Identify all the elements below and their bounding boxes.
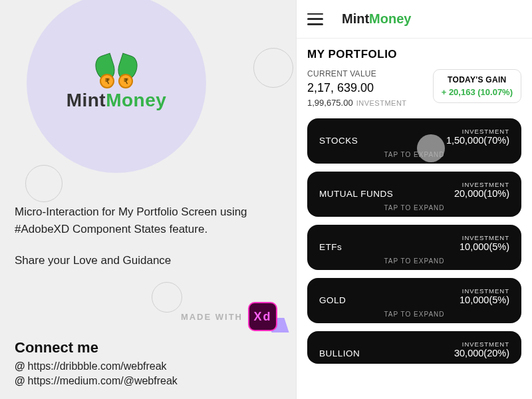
showcase-description: Micro-Interaction for My Portfolio Scree… xyxy=(15,203,276,284)
asset-card-mutual-funds[interactable]: MUTUAL FUNDS INVESTMENT 20,000(10%) TAP … xyxy=(307,172,521,217)
connect-section: Connect me @https://dribbble.com/webfrea… xyxy=(15,339,178,390)
asset-inv-value: 1,50,000(70%) xyxy=(446,135,509,146)
decorative-circle xyxy=(152,282,182,313)
coin-icon: ₹ xyxy=(118,74,133,88)
at-icon: @ xyxy=(15,375,25,386)
tap-hint: TAP TO EXPAND xyxy=(319,311,509,318)
connect-link[interactable]: @https://dribbble.com/webfreak xyxy=(15,360,178,372)
tap-hint: TAP TO EXPAND xyxy=(319,151,509,158)
asset-card-gold[interactable]: GOLD INVESTMENT 10,000(5%) TAP TO EXPAND xyxy=(307,278,521,323)
connect-title: Connect me xyxy=(15,339,178,356)
connect-link[interactable]: @https://medium.com/@webfreak xyxy=(15,375,178,387)
asset-inv-label: INVESTMENT xyxy=(454,340,509,348)
current-value-label: CURRENT VALUE xyxy=(307,69,407,78)
section-title: MY PORTFOLIO xyxy=(307,48,521,61)
asset-card-etfs[interactable]: ETFs INVESTMENT 10,000(5%) TAP TO EXPAND xyxy=(307,225,521,270)
tap-hint: TAP TO EXPAND xyxy=(319,257,509,265)
asset-card-bullion[interactable]: BULLION INVESTMENT 30,000(20%) xyxy=(307,331,521,364)
adobe-xd-icon: Xd xyxy=(248,302,277,331)
description-text: Micro-Interaction for My Portfolio Scree… xyxy=(15,203,276,237)
asset-card-stocks[interactable]: STOCKS INVESTMENT 1,50,000(70%) TAP TO E… xyxy=(307,118,521,164)
asset-inv-value: 10,000(5%) xyxy=(460,295,509,305)
asset-inv-label: INVESTMENT xyxy=(446,128,509,135)
asset-name: GOLD xyxy=(319,295,346,305)
current-value: 2,17, 639.00 xyxy=(307,81,407,95)
todays-gain-card: TODAY'S GAIN + 20,163 (10.07%) xyxy=(433,69,521,103)
asset-name: STOCKS xyxy=(319,136,358,146)
asset-inv-label: INVESTMENT xyxy=(460,287,509,295)
brand-wordmark: MintMoney xyxy=(66,90,167,111)
asset-name: MUTUAL FUNDS xyxy=(319,189,393,199)
app-title: MintMoney xyxy=(342,11,411,27)
menu-icon[interactable] xyxy=(307,13,323,25)
asset-inv-label: INVESTMENT xyxy=(460,234,509,241)
gain-value: + 20,163 (10.07%) xyxy=(442,87,513,97)
asset-inv-label: INVESTMENT xyxy=(454,181,509,188)
asset-name: BULLION xyxy=(319,348,360,358)
phone-screen: MintMoney MY PORTFOLIO CURRENT VALUE 2,1… xyxy=(296,0,532,399)
asset-inv-value: 20,000(10%) xyxy=(454,188,509,199)
brand-logo: ₹ ₹ MintMoney xyxy=(27,0,206,173)
at-icon: @ xyxy=(15,360,25,372)
decorative-circle xyxy=(25,165,63,202)
app-bar: MintMoney xyxy=(297,0,532,39)
portfolio-screen: MY PORTFOLIO CURRENT VALUE 2,17, 639.00 … xyxy=(297,39,532,399)
gain-label: TODAY'S GAIN xyxy=(442,75,513,84)
description-text: Share your Love and Guidance xyxy=(15,252,276,269)
showcase-panel: ₹ ₹ MintMoney Micro-Interaction for My P… xyxy=(0,0,296,399)
made-with-label: MADE WITH xyxy=(181,312,243,322)
investment-value: 1,99,675.00INVESTMENT xyxy=(307,98,407,108)
tap-hint: TAP TO EXPAND xyxy=(319,204,509,211)
asset-name: ETFs xyxy=(319,242,342,252)
asset-list: STOCKS INVESTMENT 1,50,000(70%) TAP TO E… xyxy=(307,118,521,364)
portfolio-summary: CURRENT VALUE 2,17, 639.00 1,99,675.00IN… xyxy=(307,69,521,108)
made-with-row: MADE WITH Xd xyxy=(181,302,277,331)
coin-icon: ₹ xyxy=(100,74,114,88)
asset-inv-value: 10,000(5%) xyxy=(460,241,509,252)
asset-inv-value: 30,000(20%) xyxy=(454,348,509,358)
decorative-circle xyxy=(253,48,293,88)
leaf-logo-icon: ₹ ₹ xyxy=(93,55,140,87)
